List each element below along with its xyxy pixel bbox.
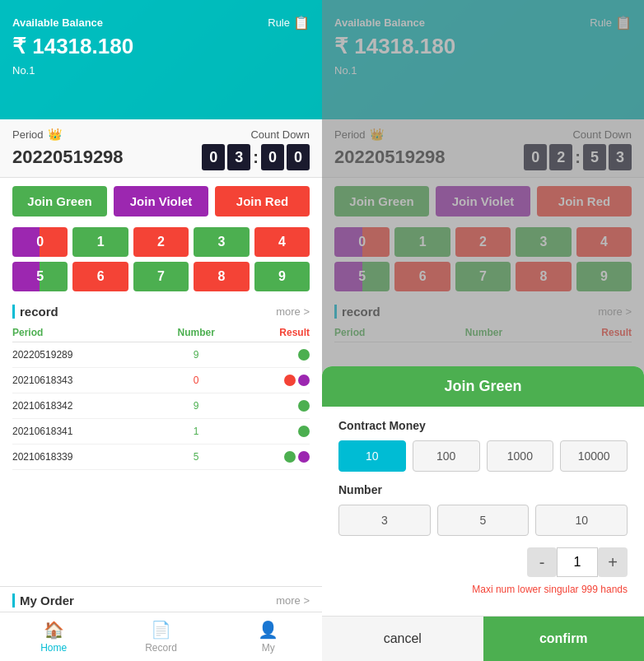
money-btn-10[interactable]: 10 [338, 440, 406, 472]
rule-icon: 📋 [293, 15, 310, 30]
dot-red [284, 375, 296, 386]
countdown-d1: 3 [227, 144, 250, 170]
nav-my[interactable]: 👤 My [215, 612, 322, 661]
left-record-more[interactable]: more > [276, 305, 310, 318]
col-period: Period [12, 324, 153, 342]
num-btn-8[interactable]: 8 [194, 262, 249, 291]
left-period-section: Period 👑 Count Down 20220519298 0 3 : 0 … [0, 119, 322, 178]
crown-icon: 👑 [48, 128, 62, 141]
table-row: 20220519289 9 [12, 342, 310, 368]
dot-green [298, 400, 310, 412]
my-icon: 👤 [258, 620, 278, 640]
num-btn-3[interactable]: 3 [194, 227, 249, 257]
left-period-label: Period 👑 [12, 128, 62, 141]
left-record-header: record more > [12, 305, 310, 319]
left-rule-label: Rule [268, 16, 290, 29]
countdown-colon1: : [253, 148, 259, 167]
table-row: 20210618343 0 [12, 368, 310, 393]
stepper-input[interactable] [557, 547, 598, 577]
dot-violet [298, 375, 310, 386]
overlay-content: Contract Money 10 100 1000 10000 Number … [322, 407, 644, 616]
left-join-green-btn[interactable]: Join Green [12, 186, 107, 216]
overlay-panel: Join Green Contract Money 10 100 1000 10… [322, 366, 644, 661]
money-btn-10000[interactable]: 10000 [560, 440, 628, 472]
left-balance: ₹ 14318.180 [12, 34, 310, 59]
left-number-grid: 0 1 2 3 4 5 6 7 8 9 [0, 223, 322, 298]
dot-green [298, 349, 310, 361]
left-header: Available Balance Rule 📋 ₹ 14318.180 No.… [0, 0, 322, 119]
left-join-buttons: Join Green Join Violet Join Red [0, 178, 322, 223]
left-avail-label: Available Balance [12, 16, 103, 29]
overlay-footer: cancel confirm [322, 616, 644, 661]
nav-record-label: Record [145, 642, 177, 654]
nav-my-label: My [262, 642, 275, 654]
left-countdown-label: Count Down [250, 128, 310, 141]
my-order-title: My Order [12, 594, 74, 607]
num-btn-6[interactable]: 6 [72, 262, 128, 291]
countdown-d0: 0 [202, 144, 225, 170]
my-order-more[interactable]: more > [276, 594, 310, 607]
money-btn-100[interactable]: 100 [413, 440, 480, 472]
money-btn-1000[interactable]: 1000 [487, 440, 554, 472]
number-label: Number [338, 483, 628, 496]
left-countdown: 0 3 : 0 0 [202, 144, 310, 170]
home-icon: 🏠 [44, 620, 64, 640]
left-record-table: Period Number Result 20220519289 9 20210… [12, 324, 310, 470]
stepper-plus-btn[interactable]: + [598, 547, 628, 577]
left-join-red-btn[interactable]: Join Red [215, 186, 310, 216]
num-btn-9[interactable]: 9 [254, 262, 310, 291]
my-order-header: My Order more > [12, 594, 310, 607]
left-no: No.1 [12, 64, 310, 77]
col-result: Result [240, 324, 310, 342]
num-btn-5[interactable]: 5 [12, 262, 68, 291]
nav-home[interactable]: 🏠 Home [0, 612, 107, 661]
cancel-btn[interactable]: cancel [322, 617, 483, 661]
num-btn-4[interactable]: 4 [254, 227, 310, 257]
stepper-minus-btn[interactable]: - [527, 547, 557, 577]
nav-home-label: Home [40, 642, 67, 654]
left-bottom-nav: 🏠 Home 📄 Record 👤 My [0, 612, 322, 661]
countdown-d2: 0 [261, 144, 284, 170]
left-my-order: My Order more > [0, 586, 322, 612]
money-options: 10 100 1000 10000 [338, 440, 628, 472]
left-join-violet-btn[interactable]: Join Violet [114, 186, 208, 216]
countdown-d3: 0 [287, 144, 310, 170]
overlay-title: Join Green [322, 366, 644, 407]
table-row: 20210618342 9 [12, 393, 310, 419]
dot-green [284, 451, 296, 463]
record-icon: 📄 [151, 620, 171, 640]
join-green-overlay: Join Green Contract Money 10 100 1000 10… [322, 0, 644, 661]
contract-label: Contract Money [338, 419, 628, 432]
number-row-2: 5 6 7 8 9 [12, 262, 310, 291]
max-info: Maxi num lower singular 999 hands [338, 584, 628, 595]
right-panel: Available Balance Rule 📋 ₹ 14318.180 No.… [322, 0, 644, 661]
dot-violet [298, 451, 310, 463]
number-row-1: 0 1 2 3 4 [12, 227, 310, 257]
table-row: 20210618341 1 [12, 419, 310, 445]
dot-green [298, 426, 310, 437]
table-row: 20210618339 5 [12, 445, 310, 470]
left-period-num: 20220519298 [12, 147, 124, 168]
number-opt-10[interactable]: 10 [535, 505, 628, 536]
left-panel: Available Balance Rule 📋 ₹ 14318.180 No.… [0, 0, 322, 661]
num-btn-2[interactable]: 2 [133, 227, 189, 257]
left-record-section: record more > Period Number Result 20220… [0, 298, 322, 586]
num-btn-1[interactable]: 1 [72, 227, 128, 257]
num-btn-7[interactable]: 7 [133, 262, 189, 291]
nav-record[interactable]: 📄 Record [107, 612, 214, 661]
num-btn-0[interactable]: 0 [12, 227, 68, 257]
confirm-btn[interactable]: confirm [483, 617, 645, 661]
left-rule-btn[interactable]: Rule 📋 [268, 15, 310, 30]
left-record-title: record [12, 305, 58, 319]
number-opt-5[interactable]: 5 [437, 505, 530, 536]
stepper-row: - + [338, 547, 628, 577]
number-opt-3[interactable]: 3 [338, 505, 431, 536]
overlay-spacer [322, 0, 644, 366]
col-number: Number [153, 324, 240, 342]
number-options: 3 5 10 [338, 505, 628, 536]
